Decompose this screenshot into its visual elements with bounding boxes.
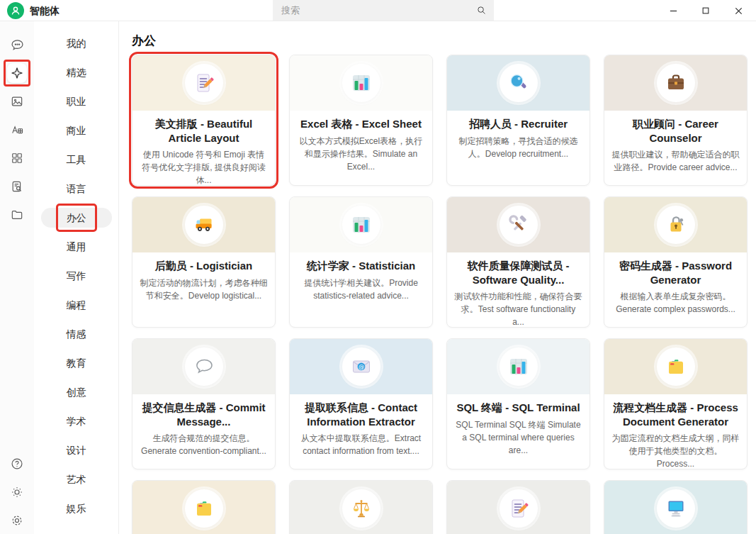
folder-icon[interactable] xyxy=(7,205,27,225)
agent-card-title: 流程文档生成器 - Process Document Generator xyxy=(611,401,740,428)
sidebar-category-娱乐[interactable]: 娱乐 xyxy=(55,499,98,518)
dividers-icon xyxy=(193,497,215,520)
agent-card-title: 招聘人员 - Recruiter xyxy=(454,117,582,131)
agent-card-description: 提供职业建议，帮助确定适合的职业路径。Provide career advice… xyxy=(611,148,740,174)
sidebar-category-label: 我的 xyxy=(67,38,86,49)
sidebar-category-label: 编程 xyxy=(67,299,86,311)
agent-card[interactable]: 密码生成器 - Password Generator 根据输入表单生成复杂密码。… xyxy=(604,196,747,328)
dividers-icon xyxy=(665,355,687,378)
truck-icon xyxy=(193,213,215,236)
agent-card[interactable]: 统计学家 - Statistician 提供统计学相关建议。Provide st… xyxy=(289,196,433,328)
sidebar-category-label: 精选 xyxy=(67,67,86,78)
agent-card-icon-area xyxy=(604,481,747,534)
agent-card-description: 测试软件功能和性能，确保符合要求。Test software functiona… xyxy=(454,290,582,328)
grid-apps-icon[interactable] xyxy=(7,148,27,168)
sidebar-category-写作[interactable]: 写作 xyxy=(55,266,98,286)
sidebar-category-设计[interactable]: 设计 xyxy=(55,440,98,460)
agent-card[interactable]: 美文排版 - Beautiful Article Layout 使用 Unico… xyxy=(132,55,276,186)
sidebar-category-工具[interactable]: 工具 xyxy=(55,150,98,169)
settings-icon[interactable] xyxy=(7,511,27,530)
sidebar-category-创意[interactable]: 创意 xyxy=(55,382,98,402)
search-icon[interactable] xyxy=(476,5,487,16)
agent-icon-badge xyxy=(342,347,380,386)
close-icon[interactable] xyxy=(728,0,749,21)
image-icon[interactable] xyxy=(7,91,27,111)
window-controls xyxy=(651,0,749,21)
sidebar-category-label: 通用 xyxy=(67,241,86,252)
agent-card[interactable] xyxy=(132,480,276,534)
agent-card-icon-area xyxy=(132,339,275,394)
sidebar-category-教育[interactable]: 教育 xyxy=(55,353,98,373)
agent-card-description: 使用 Unicode 符号和 Emoji 表情符号优化文字排版, 提供良好阅读体… xyxy=(140,148,268,186)
agent-icon-badge xyxy=(185,206,223,244)
translate-icon[interactable] xyxy=(7,120,27,140)
agent-card-body: 职业顾问 - Career Counselor 提供职业建议，帮助确定适合的职业… xyxy=(604,111,747,174)
sidebar-category-办公[interactable]: 办公 xyxy=(41,208,112,228)
agent-card-body: 统计学家 - Statistician 提供统计学相关建议。Provide st… xyxy=(290,252,432,302)
sidebar-category-通用[interactable]: 通用 xyxy=(55,237,98,257)
agent-card-icon-area xyxy=(604,339,747,394)
agent-card-body: 流程文档生成器 - Process Document Generator 为固定… xyxy=(604,394,747,469)
agent-card[interactable]: 提取联系信息 - Contact Information Extractor 从… xyxy=(289,338,433,469)
sidebar-category-情感[interactable]: 情感 xyxy=(55,324,98,344)
agent-card[interactable]: Excel 表格 - Excel Sheet 以文本方式模拟Excel表格，执行… xyxy=(289,55,433,186)
scales-icon xyxy=(350,497,373,520)
sidebar-category-label: 语言 xyxy=(67,183,86,194)
agent-card-icon-area xyxy=(132,197,275,252)
agent-card-icon-area xyxy=(132,481,275,534)
agent-card-description: SQL Terminal SQL 终端 Simulate a SQL termi… xyxy=(454,418,582,457)
agent-card-title: 密码生成器 - Password Generator xyxy=(611,259,740,287)
agent-card-title: SQL 终端 - SQL Terminal xyxy=(454,401,582,415)
magnifier-icon xyxy=(507,72,530,94)
sparkle-agents-icon[interactable] xyxy=(7,63,27,83)
agent-card[interactable]: 软件质量保障测试员 - Software Quality... 测试软件功能和性… xyxy=(446,196,590,328)
chart-icon xyxy=(350,72,373,94)
agent-card[interactable]: 招聘人员 - Recruiter 制定招聘策略，寻找合适的候选人。Develop… xyxy=(446,55,590,186)
chat-bubble-icon[interactable] xyxy=(7,35,27,55)
page-title: 办公 xyxy=(132,33,156,49)
sidebar-category-语言[interactable]: 语言 xyxy=(55,179,98,199)
agent-card[interactable]: 提交信息生成器 - Commit Message... 生成符合规范的提交信息。… xyxy=(132,338,276,469)
agent-card[interactable]: 流程文档生成器 - Process Document Generator 为固定… xyxy=(604,338,747,469)
sidebar-category-label: 办公 xyxy=(67,212,86,223)
help-icon[interactable] xyxy=(7,454,27,474)
agent-card-title: 提取联系信息 - Contact Information Extractor xyxy=(297,401,425,428)
agent-card-body: 软件质量保障测试员 - Software Quality... 测试软件功能和性… xyxy=(447,252,589,328)
sidebar-category-精选[interactable]: 精选 xyxy=(55,62,98,82)
agent-card-description: 提供统计学相关建议。Provide statistics-related adv… xyxy=(297,277,425,302)
agent-card[interactable] xyxy=(604,480,747,534)
sidebar-category-编程[interactable]: 编程 xyxy=(55,295,98,315)
sidebar-category-商业[interactable]: 商业 xyxy=(55,121,98,140)
agent-card[interactable]: SQL 终端 - SQL Terminal SQL Terminal SQL 终… xyxy=(446,338,590,469)
agent-card-title: 职业顾问 - Career Counselor xyxy=(611,117,740,145)
theme-icon[interactable] xyxy=(7,482,27,502)
title-bar: 智能体 xyxy=(0,0,756,21)
agent-card-title: 软件质量保障测试员 - Software Quality... xyxy=(454,259,582,287)
agent-card-icon-area xyxy=(447,481,589,534)
memo-icon xyxy=(193,72,215,94)
agent-icon-badge xyxy=(657,64,695,102)
agent-card-icon-area xyxy=(132,55,275,111)
agent-card[interactable]: 后勤员 - Logistician 制定活动的物流计划，考虑各种细节和安全。De… xyxy=(132,196,276,328)
agent-card-description: 制定活动的物流计划，考虑各种细节和安全。Develop logistical..… xyxy=(140,277,268,302)
agent-card[interactable] xyxy=(446,480,590,534)
maximize-icon[interactable] xyxy=(695,0,716,21)
briefcase-icon xyxy=(665,72,687,94)
sidebar-category-我的[interactable]: 我的 xyxy=(55,33,98,53)
agent-icon-badge xyxy=(185,64,223,102)
sidebar-category-学术[interactable]: 学术 xyxy=(55,411,98,431)
chart-icon xyxy=(507,355,530,378)
agent-card-title: Excel 表格 - Excel Sheet xyxy=(297,117,425,131)
minimize-icon[interactable] xyxy=(662,0,684,21)
agent-card[interactable]: 职业顾问 - Career Counselor 提供职业建议，帮助确定适合的职业… xyxy=(604,55,747,186)
sidebar-category-label: 情感 xyxy=(67,328,86,340)
agent-icon-badge xyxy=(657,206,695,244)
sidebar-category-职业[interactable]: 职业 xyxy=(55,91,98,111)
agent-card-description: 从文本中提取联系信息。Extract contact information f… xyxy=(297,432,425,457)
sidebar-category-艺术[interactable]: 艺术 xyxy=(55,469,98,489)
agent-card[interactable] xyxy=(289,480,433,534)
doc-search-icon[interactable] xyxy=(7,177,27,196)
agent-icon-badge xyxy=(342,206,380,244)
agent-card-body: Excel 表格 - Excel Sheet 以文本方式模拟Excel表格，执行… xyxy=(290,111,432,173)
search-input[interactable] xyxy=(273,5,476,16)
